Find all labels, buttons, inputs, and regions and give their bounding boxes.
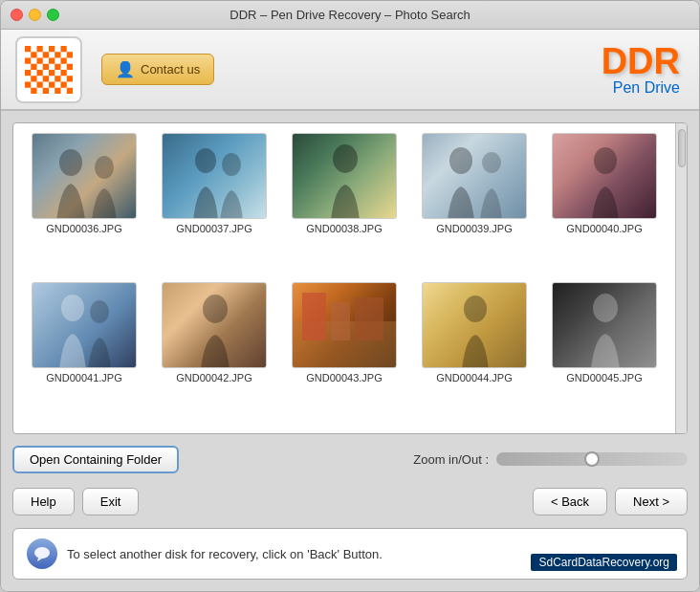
svg-rect-0 xyxy=(25,46,31,52)
watermark: SdCardDataRecovery.org xyxy=(531,554,677,571)
svg-rect-22 xyxy=(55,76,60,81)
main-content: GND00036.JPG GND00037.JPG xyxy=(1,111,699,591)
toolbar-row: Open Containing Folder Zoom in/Out : xyxy=(12,444,688,474)
photo-image-icon xyxy=(423,134,527,219)
minimize-button[interactable] xyxy=(29,9,41,21)
pen-drive-label: Pen Drive xyxy=(602,79,680,97)
photo-thumbnail xyxy=(32,282,137,368)
main-window: DDR – Pen Drive Recovery – Photo Search xyxy=(0,0,700,592)
app-logo-box xyxy=(15,36,82,103)
photo-image-icon xyxy=(33,134,137,219)
ddr-logo: DDR Pen Drive xyxy=(602,43,680,97)
message-box: To select another disk for recovery, cli… xyxy=(12,528,688,580)
open-containing-folder-button[interactable]: Open Containing Folder xyxy=(12,446,179,473)
svg-rect-29 xyxy=(43,87,49,93)
scrollbar-thumb[interactable] xyxy=(678,129,686,167)
list-item[interactable]: GND00043.JPG xyxy=(283,282,405,424)
svg-point-50 xyxy=(34,547,50,559)
svg-rect-18 xyxy=(49,70,55,76)
list-item[interactable]: GND00039.JPG xyxy=(413,133,536,274)
svg-rect-3 xyxy=(61,46,67,52)
photo-thumbnail xyxy=(422,282,527,368)
help-button[interactable]: Help xyxy=(12,488,75,515)
message-text: To select another disk for recovery, cli… xyxy=(67,547,383,561)
scrollbar[interactable] xyxy=(675,123,687,433)
photo-image-icon xyxy=(33,283,137,368)
photo-thumbnail xyxy=(292,282,397,368)
svg-point-43 xyxy=(203,295,228,323)
svg-point-39 xyxy=(482,152,501,173)
svg-rect-9 xyxy=(37,57,43,63)
svg-rect-17 xyxy=(37,70,43,76)
svg-rect-25 xyxy=(37,81,43,87)
svg-rect-10 xyxy=(49,57,55,63)
titlebar: DDR – Pen Drive Recovery – Photo Search xyxy=(1,1,699,30)
svg-rect-20 xyxy=(31,76,36,81)
svg-rect-8 xyxy=(25,57,31,63)
nav-btn-group: < Back Next > xyxy=(533,488,688,515)
svg-rect-28 xyxy=(31,87,36,93)
svg-rect-30 xyxy=(55,87,60,93)
photo-grid-container: GND00036.JPG GND00037.JPG xyxy=(12,122,688,434)
svg-rect-13 xyxy=(43,63,49,69)
maximize-button[interactable] xyxy=(47,9,59,21)
photo-image-icon xyxy=(293,283,397,368)
window-title: DDR – Pen Drive Recovery – Photo Search xyxy=(230,8,470,22)
header: 👤 Contact us DDR Pen Drive xyxy=(1,30,699,111)
list-item[interactable]: GND00041.JPG xyxy=(23,282,145,424)
svg-rect-7 xyxy=(67,52,73,57)
svg-point-40 xyxy=(594,147,617,174)
svg-rect-12 xyxy=(31,63,36,69)
list-item[interactable]: GND00042.JPG xyxy=(153,282,275,424)
svg-rect-5 xyxy=(43,52,49,57)
svg-rect-11 xyxy=(61,57,67,63)
photo-thumbnail xyxy=(162,133,267,219)
list-item[interactable]: GND00045.JPG xyxy=(543,282,666,424)
chat-icon xyxy=(33,544,52,563)
svg-rect-45 xyxy=(302,293,326,340)
list-item[interactable]: GND00040.JPG xyxy=(543,133,666,274)
photo-filename: GND00038.JPG xyxy=(306,223,382,234)
photo-filename: GND00045.JPG xyxy=(566,372,642,384)
next-button[interactable]: Next > xyxy=(615,488,688,515)
svg-point-48 xyxy=(464,296,487,322)
photo-filename: GND00039.JPG xyxy=(436,223,512,234)
svg-rect-46 xyxy=(331,302,350,340)
photo-filename: GND00044.JPG xyxy=(436,372,512,384)
photo-filename: GND00037.JPG xyxy=(176,223,252,234)
photo-image-icon xyxy=(423,283,527,368)
photo-image-icon xyxy=(293,134,397,219)
zoom-controls: Zoom in/Out : xyxy=(413,452,688,467)
list-item[interactable]: GND00038.JPG xyxy=(283,133,405,274)
ddr-brand-text: DDR xyxy=(602,43,680,79)
app-logo-icon xyxy=(25,46,73,94)
svg-point-37 xyxy=(333,144,358,173)
svg-rect-1 xyxy=(37,46,43,52)
back-button[interactable]: < Back xyxy=(533,488,607,515)
svg-point-42 xyxy=(90,300,109,323)
svg-point-36 xyxy=(222,153,241,176)
svg-rect-24 xyxy=(25,81,31,87)
svg-rect-21 xyxy=(43,76,49,81)
list-item[interactable]: GND00044.JPG xyxy=(413,282,536,424)
photo-image-icon xyxy=(553,283,657,368)
exit-button[interactable]: Exit xyxy=(82,488,140,515)
photo-image-icon xyxy=(553,134,657,219)
photo-thumbnail xyxy=(162,282,267,368)
svg-rect-14 xyxy=(55,63,60,69)
svg-point-33 xyxy=(59,149,82,176)
contact-button-label: Contact us xyxy=(141,62,200,77)
svg-rect-23 xyxy=(67,76,73,81)
svg-rect-27 xyxy=(61,81,67,87)
svg-rect-47 xyxy=(355,297,383,340)
contact-button[interactable]: 👤 Contact us xyxy=(101,54,214,85)
photo-thumbnail xyxy=(552,282,657,368)
list-item[interactable]: GND00036.JPG xyxy=(23,133,145,274)
list-item[interactable]: GND00037.JPG xyxy=(153,133,275,274)
svg-point-35 xyxy=(195,148,216,173)
photo-thumbnail xyxy=(32,133,137,219)
photo-thumbnail xyxy=(552,133,657,219)
svg-point-34 xyxy=(95,156,114,179)
close-button[interactable] xyxy=(11,9,23,21)
zoom-slider[interactable] xyxy=(496,452,688,466)
